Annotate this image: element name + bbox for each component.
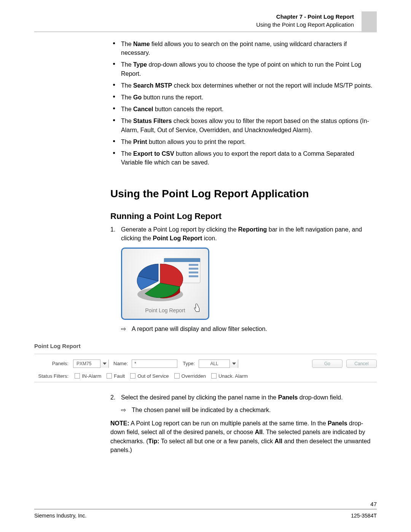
- pie-chart-icon: [122, 249, 209, 306]
- overridden-checkbox[interactable]: [174, 373, 180, 379]
- panels-label: Panels:: [34, 361, 68, 366]
- arrow-2-text: The chosen panel will be indicated by a …: [132, 407, 271, 413]
- note-label: NOTE:: [110, 420, 129, 427]
- out-of-service-label: Out of Service: [137, 373, 169, 379]
- step-1-number: 1.: [110, 225, 115, 234]
- arrow-right-icon: ⇨: [121, 324, 126, 333]
- type-label: Type:: [183, 361, 195, 366]
- step-2-bold-panels: Panels: [278, 394, 298, 401]
- overridden-label: Overridden: [182, 373, 206, 379]
- arrow-right-icon: ⇨: [121, 406, 126, 414]
- page-footer: Siemens Industry, Inc. 125-3584T: [34, 509, 377, 519]
- feature-bullet: The Status Filters check boxes allow you…: [110, 117, 377, 134]
- result-arrow-1: ⇨ A report pane will display and allow f…: [110, 324, 377, 333]
- step-2-number: 2.: [110, 393, 115, 402]
- feature-bullet: The Type drop-down allows you to choose …: [110, 60, 377, 78]
- step-1-text-a: Generate a Point Log report by clicking …: [121, 226, 238, 233]
- header-accent-block: [362, 11, 377, 32]
- unack-alarm-label: Unack. Alarm: [218, 373, 248, 379]
- svg-rect-4: [189, 272, 198, 273]
- step-2-text-a: Select the desired panel by clicking the…: [121, 394, 278, 401]
- chapter-subtitle: Using the Point Log Report Application: [34, 21, 354, 28]
- go-button[interactable]: Go: [312, 359, 342, 368]
- filter-bar: Panels: PXM75 Name: * Type: ALL: [34, 354, 377, 382]
- fault-checkbox[interactable]: [107, 373, 112, 379]
- name-input[interactable]: *: [132, 359, 177, 368]
- panels-value: PXM75: [73, 361, 100, 366]
- name-value: *: [134, 361, 136, 366]
- result-arrow-2: ⇨ The chosen panel will be indicated by …: [110, 406, 377, 414]
- chapter-title: Chapter 7 - Point Log Report: [34, 13, 354, 20]
- arrow-1-text: A report pane will display and allow fil…: [132, 326, 267, 332]
- step-2-text-c: drop-down field.: [298, 394, 342, 401]
- type-dropdown[interactable]: ALL: [199, 359, 238, 368]
- feature-bullet: The Cancel button cancels the report.: [110, 105, 377, 113]
- chevron-down-icon: [100, 359, 108, 368]
- in-alarm-label: IN-Alarm: [82, 373, 101, 379]
- section-heading-h2: Running a Point Log Report: [110, 211, 377, 221]
- page-number: 47: [370, 501, 377, 507]
- footer-left: Siemens Industry, Inc.: [34, 513, 86, 519]
- step-1: 1. Generate a Point Log report by clicki…: [110, 225, 377, 243]
- point-log-report-tile[interactable]: Point Log Report: [121, 248, 209, 320]
- status-filters-label: Status Filters:: [34, 373, 68, 379]
- chevron-down-icon: [229, 359, 238, 368]
- feature-bullet: The Export to CSV button allows you to e…: [110, 149, 377, 167]
- name-label: Name:: [113, 361, 128, 366]
- report-pane-title: Point Log Report: [34, 343, 377, 349]
- step-1-bold-plr: Point Log Report: [153, 235, 202, 241]
- step-1-bold-reporting: Reporting: [238, 226, 267, 233]
- page-header: Chapter 7 - Point Log Report Using the P…: [34, 13, 377, 32]
- fault-label: Fault: [114, 373, 125, 379]
- main-content: The Name field allows you to search on t…: [110, 40, 377, 333]
- feature-bullet: The Search MSTP check box determines whe…: [110, 81, 377, 90]
- svg-rect-5: [189, 275, 198, 277]
- feature-bullet: The Print button allows you to print the…: [110, 137, 377, 146]
- feature-bullet: The Go button runs the report.: [110, 93, 377, 102]
- unack-alarm-checkbox[interactable]: [211, 373, 217, 379]
- step-2: 2. Select the desired panel by clicking …: [110, 393, 377, 402]
- note-paragraph: NOTE: A Point Log report can be run on m…: [110, 419, 377, 454]
- svg-rect-1: [164, 258, 200, 262]
- svg-rect-3: [189, 268, 198, 270]
- type-value: ALL: [199, 361, 229, 366]
- cancel-button[interactable]: Cancel: [346, 359, 377, 368]
- svg-rect-2: [189, 264, 198, 266]
- out-of-service-checkbox[interactable]: [130, 373, 135, 379]
- feature-bullet: The Name field allows you to search on t…: [110, 40, 377, 57]
- step-1-text-e: icon.: [202, 235, 217, 241]
- section-heading-h1: Using the Point Log Report Application: [110, 188, 377, 200]
- in-alarm-checkbox[interactable]: [75, 373, 80, 379]
- panels-dropdown[interactable]: PXM75: [73, 359, 109, 368]
- hand-cursor-icon: [193, 304, 201, 313]
- footer-right: 125-3584T: [351, 513, 377, 519]
- feature-bullet-list: The Name field allows you to search on t…: [110, 40, 377, 167]
